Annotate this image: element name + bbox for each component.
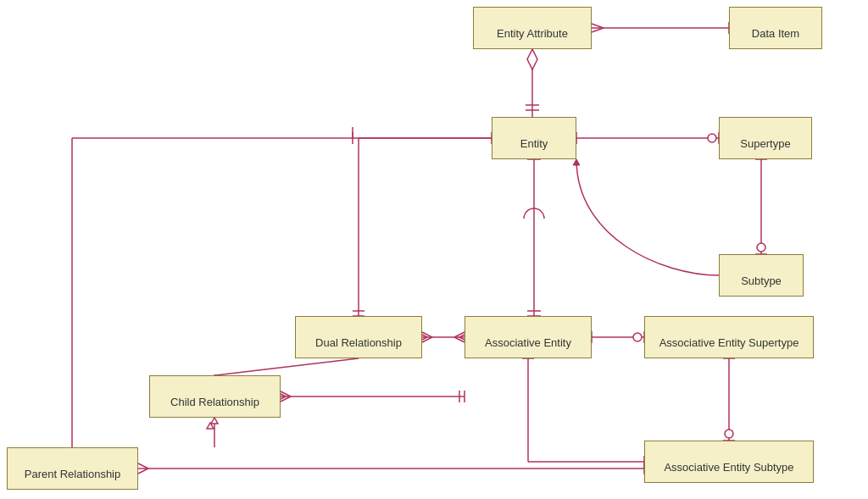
svg-line-1: [592, 24, 604, 28]
svg-line-56: [281, 396, 291, 402]
svg-point-32: [633, 333, 642, 341]
entity-attribute: Entity Attribute: [473, 7, 592, 49]
svg-line-66: [138, 463, 148, 469]
dual-relationship: Dual Relationship: [295, 316, 422, 358]
data-item: Data Item: [729, 7, 822, 49]
associative-entity: Associative Entity: [465, 316, 592, 358]
child-relationship: Child Relationship: [149, 375, 281, 418]
svg-marker-63: [207, 423, 214, 429]
supertype: Supertype: [719, 117, 812, 159]
assoc-entity-subtype: Associative Entity Subtype: [644, 441, 814, 483]
assoc-entity-supertype: Associative Entity Supertype: [644, 316, 814, 358]
subtype: Subtype: [719, 254, 804, 297]
svg-point-14: [757, 243, 765, 252]
svg-point-36: [725, 430, 733, 438]
parent-relationship: Parent Relationship: [7, 447, 138, 490]
svg-point-10: [708, 134, 716, 142]
svg-line-26: [454, 332, 465, 337]
svg-line-23: [422, 337, 432, 342]
svg-line-67: [138, 469, 148, 474]
svg-line-55: [281, 391, 291, 396]
svg-marker-16: [573, 159, 580, 165]
svg-line-22: [422, 332, 432, 337]
entity: Entity: [492, 117, 576, 159]
connections-svg: [0, 0, 868, 499]
svg-line-2: [592, 28, 604, 32]
diagram-container: Entity AttributeData ItemEntitySupertype…: [0, 0, 868, 499]
svg-line-27: [454, 337, 465, 342]
